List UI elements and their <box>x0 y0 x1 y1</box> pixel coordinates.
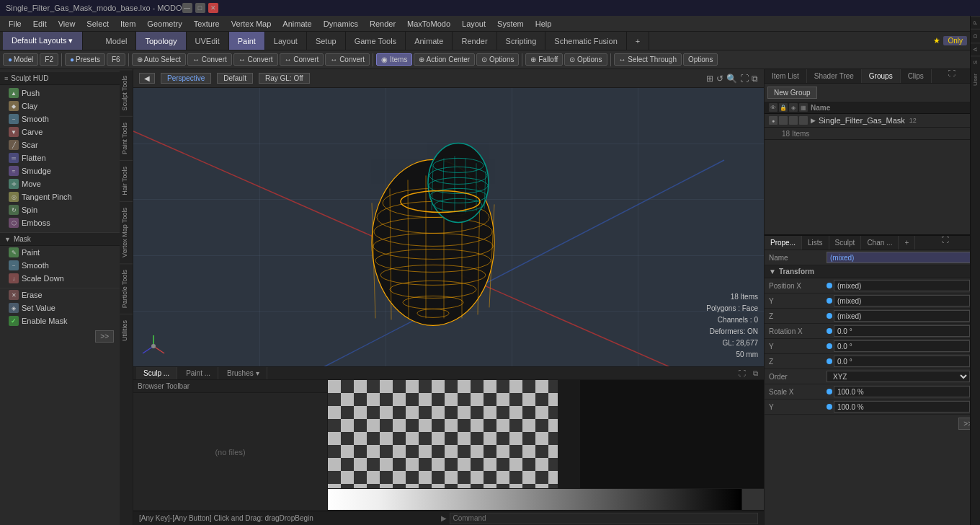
side-tab-sculpt[interactable]: Sculpt Tools <box>120 69 133 116</box>
enable-mask-check[interactable]: ✓ <box>9 316 19 326</box>
menu-select[interactable]: Select <box>81 18 115 30</box>
props-rot-y-dot[interactable] <box>827 343 832 349</box>
props-tab-properties[interactable]: Prope... <box>765 236 802 250</box>
toolbar-action-center[interactable]: ⊕ Action Center <box>414 53 475 66</box>
props-pos-z-dot[interactable] <box>827 313 832 319</box>
viewport-rotate-icon[interactable]: ↺ <box>716 74 723 84</box>
props-order-select[interactable]: XYZ XZY YXZ ZXY <box>827 371 970 382</box>
tool-smooth[interactable]: ~ Smooth <box>0 112 120 125</box>
tool-spin[interactable]: ↻ Spin <box>0 203 120 216</box>
props-tab-sculpt[interactable]: Sculpt <box>829 236 862 250</box>
tool-emboss[interactable]: ⬡ Emboss <box>0 216 120 229</box>
viewport-fullscreen-icon[interactable]: ⧉ <box>752 74 758 84</box>
viewport-prev-btn[interactable]: ◀ <box>139 73 155 84</box>
texture-cell-checker[interactable] <box>328 380 558 488</box>
menu-item[interactable]: Item <box>115 18 141 30</box>
tool-scale-down[interactable]: ↓ Scale Down <box>0 272 120 285</box>
item-eye-icon[interactable]: ● <box>769 116 778 125</box>
bottom-expand2[interactable]: ⧉ <box>750 368 761 379</box>
right-tab-clips[interactable]: Clips <box>901 69 932 83</box>
menu-render[interactable]: Render <box>364 18 401 30</box>
props-scale-y-input[interactable] <box>834 401 970 412</box>
side-tab-vertexmap[interactable]: Vertex Map Tools <box>120 201 133 263</box>
props-tab-lists[interactable]: Lists <box>802 236 829 250</box>
bottom-expand1[interactable]: ⛶ <box>736 368 749 379</box>
bottom-tab-brushes[interactable]: Brushes ▾ <box>220 367 267 379</box>
right-side-p[interactable]: P <box>971 16 980 29</box>
menu-layout[interactable]: Layout <box>456 18 491 30</box>
tab-model[interactable]: Model <box>97 32 137 50</box>
toolbar-f6[interactable]: F6 <box>107 53 125 66</box>
right-expand-icon[interactable]: ⛶ <box>948 69 956 83</box>
item-lock-icon[interactable] <box>779 116 788 125</box>
menu-help[interactable]: Help <box>530 18 558 30</box>
toolbar-model[interactable]: ● Model <box>3 53 38 66</box>
toolbar-convert1[interactable]: ↔ Convert <box>187 53 232 66</box>
toolbar-presets[interactable]: ● Presets <box>65 53 105 66</box>
tab-gametools[interactable]: Game Tools <box>346 32 406 50</box>
tab-topology[interactable]: Topology <box>136 32 186 50</box>
tool-scar[interactable]: ╱ Scar <box>0 138 120 151</box>
props-scale-x-dot[interactable] <box>827 389 832 394</box>
items-group-row[interactable]: ● ▶ Single_Filter_Gas_Mask 12 <box>765 114 980 128</box>
tool-smudge[interactable]: ≈ Smudge <box>0 164 120 177</box>
viewport-3d[interactable]: 18 Items Polygons : Face Channels : 0 De… <box>133 88 764 366</box>
minimize-button[interactable]: — <box>182 3 192 13</box>
toolbar-items[interactable]: ◉ Items <box>376 53 412 66</box>
props-scale-x-input[interactable] <box>834 386 970 397</box>
tab-render[interactable]: Render <box>453 32 496 50</box>
viewport-grid-icon[interactable]: ⊞ <box>706 74 713 84</box>
menu-file[interactable]: File <box>3 18 27 30</box>
tool-push[interactable]: ▲ Push <box>0 87 120 100</box>
menu-view[interactable]: View <box>53 18 81 30</box>
props-rotation-y-input[interactable] <box>834 340 970 352</box>
tab-default-layouts[interactable]: Default Layouts ▾ <box>3 32 83 50</box>
tab-layout[interactable]: Layout <box>265 32 307 50</box>
bottom-tab-paint[interactable]: Paint ... <box>179 367 218 379</box>
tab-schematic-fusion[interactable]: Schematic Fusion <box>545 32 626 50</box>
viewport-render-label[interactable]: Ray GL: Off <box>259 73 310 84</box>
tool-clay[interactable]: ◆ Clay <box>0 100 120 112</box>
toolbar-auto-select[interactable]: ⊕ Auto Select <box>132 53 186 66</box>
viewport-expand-icon[interactable]: ⛶ <box>740 74 749 84</box>
command-input[interactable] <box>450 513 759 524</box>
props-position-x-input[interactable] <box>834 280 970 291</box>
tool-move[interactable]: ✛ Move <box>0 177 120 190</box>
right-tab-itemlist[interactable]: Item List <box>765 69 807 83</box>
right-side-d[interactable]: D <box>971 29 980 43</box>
tab-animate[interactable]: Animate <box>406 32 453 50</box>
tool-tangent-pinch[interactable]: ◎ Tangent Pinch <box>0 190 120 203</box>
side-tab-paint[interactable]: Paint Tools <box>120 116 133 160</box>
close-button[interactable]: ✕ <box>208 3 218 13</box>
right-side-a[interactable]: A <box>971 43 980 56</box>
toolbar-f2[interactable]: F2 <box>40 53 58 66</box>
props-scale-y-dot[interactable] <box>827 404 832 410</box>
side-tab-hair[interactable]: Hair Tools <box>120 160 133 201</box>
toolbar-convert4[interactable]: ↔ Convert <box>325 53 370 66</box>
tool-mask-smooth[interactable]: ~ Smooth <box>0 259 120 272</box>
texture-gradient-end[interactable] <box>742 489 764 510</box>
menu-dynamics[interactable]: Dynamics <box>318 18 364 30</box>
props-rotation-x-input[interactable] <box>834 325 970 337</box>
toolbar-convert2[interactable]: ↔ Convert <box>233 53 278 66</box>
tool-enable-mask[interactable]: ✓ Enable Mask <box>0 314 120 327</box>
props-rot-z-dot[interactable] <box>827 358 832 364</box>
tool-set-value[interactable]: ◈ Set Value <box>0 301 120 314</box>
tab-uvedit[interactable]: UVEdit <box>187 32 229 50</box>
side-tab-particle[interactable]: Particle Tools <box>120 263 133 314</box>
menu-texture[interactable]: Texture <box>188 18 226 30</box>
props-name-input[interactable] <box>827 252 971 263</box>
right-tab-groups[interactable]: Groups <box>862 69 901 83</box>
right-side-user[interactable]: User <box>971 69 980 90</box>
menu-vertexmap[interactable]: Vertex Map <box>226 18 277 30</box>
sidebar-expand-btn[interactable]: >> <box>95 330 114 343</box>
tool-carve[interactable]: ▼ Carve <box>0 125 120 138</box>
tool-erase[interactable]: ✕ Erase <box>0 288 120 301</box>
tab-setup[interactable]: Setup <box>307 32 346 50</box>
menu-edit[interactable]: Edit <box>27 18 53 30</box>
props-position-y-input[interactable] <box>834 295 970 306</box>
menu-system[interactable]: System <box>491 18 530 30</box>
viewport-shader-label[interactable]: Default <box>217 73 253 84</box>
viewport-zoom-icon[interactable]: 🔍 <box>726 74 737 84</box>
props-transform-header[interactable]: ▼ Transform <box>765 265 980 278</box>
